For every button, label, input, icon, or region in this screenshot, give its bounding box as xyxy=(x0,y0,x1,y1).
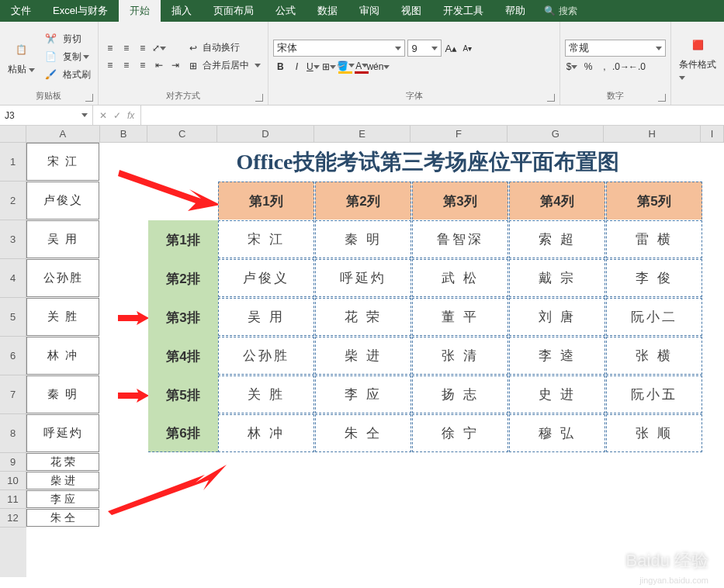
tab-help[interactable]: 帮助 xyxy=(494,0,536,22)
tab-data[interactable]: 数据 xyxy=(307,0,348,22)
seat-cell[interactable]: 吴 用 xyxy=(218,298,314,336)
row-header-7[interactable]: 7 xyxy=(0,375,26,414)
font-decrease-icon[interactable]: A▾ xyxy=(460,41,474,55)
indent-dec-icon[interactable]: ⇤ xyxy=(152,58,166,72)
font-size-combo[interactable]: 9 xyxy=(407,40,442,57)
align-bottom-icon[interactable]: ≡ xyxy=(136,41,150,55)
seat-cell[interactable]: 董 平 xyxy=(412,298,508,336)
tab-excel-finance[interactable]: Excel与财务 xyxy=(42,0,119,22)
seat-cell[interactable]: 李 俊 xyxy=(606,259,702,297)
format-painter-button[interactable]: 🖌️ 格式刷 xyxy=(43,67,92,82)
seat-cell[interactable]: 林 冲 xyxy=(218,414,314,452)
seat-cell[interactable]: 卢俊义 xyxy=(218,259,314,297)
cell-A4[interactable]: 公孙胜 xyxy=(26,259,99,297)
row-header-6[interactable]: 6 xyxy=(0,337,26,375)
seat-cell[interactable]: 穆 弘 xyxy=(509,414,605,452)
conditional-format-button[interactable]: 🟥 条件格式 xyxy=(676,32,719,84)
seat-cell[interactable]: 阮小五 xyxy=(606,375,702,413)
alignment-launcher-icon[interactable] xyxy=(255,94,263,102)
phonetic-icon[interactable]: wén xyxy=(371,60,385,74)
seat-cell[interactable]: 索 超 xyxy=(509,220,605,258)
comma-icon[interactable]: , xyxy=(598,60,611,74)
seat-cell[interactable]: 李 逵 xyxy=(509,337,605,375)
seat-cell[interactable]: 朱 仝 xyxy=(315,414,411,452)
col-header-E[interactable]: E xyxy=(314,126,411,142)
align-top-icon[interactable]: ≡ xyxy=(103,41,117,55)
cell-A7[interactable]: 秦 明 xyxy=(26,375,99,413)
seat-cell[interactable]: 花 荣 xyxy=(315,298,411,336)
cell-A11[interactable]: 李 应 xyxy=(26,490,99,508)
formula-input[interactable] xyxy=(141,105,724,125)
seat-cell[interactable]: 张 横 xyxy=(606,337,702,375)
select-all-triangle[interactable] xyxy=(0,126,26,142)
enter-icon[interactable]: ✓ xyxy=(113,110,121,121)
cell-A2[interactable]: 卢俊义 xyxy=(26,182,99,220)
currency-icon[interactable]: $ xyxy=(565,60,579,74)
seat-cell[interactable]: 李 应 xyxy=(315,375,411,413)
seat-cell[interactable]: 戴 宗 xyxy=(509,259,605,297)
seat-cell[interactable]: 鲁智深 xyxy=(412,220,508,258)
name-box-dropdown-icon[interactable] xyxy=(81,113,88,117)
tab-view[interactable]: 视图 xyxy=(390,0,432,22)
merge-center-button[interactable]: ⊞ 合并后居中 xyxy=(187,58,264,73)
number-launcher-icon[interactable] xyxy=(658,94,666,102)
tab-insert[interactable]: 插入 xyxy=(161,0,203,22)
name-box[interactable]: J3 xyxy=(0,105,93,125)
row-header-10[interactable]: 10 xyxy=(0,472,26,490)
row-header-2[interactable]: 2 xyxy=(0,182,26,220)
border-icon[interactable]: ⊞ xyxy=(322,60,336,74)
seat-cell[interactable]: 秦 明 xyxy=(315,220,411,258)
align-right-icon[interactable]: ≡ xyxy=(136,58,150,72)
seat-cell[interactable]: 刘 唐 xyxy=(509,298,605,336)
row-header-12[interactable]: 12 xyxy=(0,509,26,527)
seat-cell[interactable]: 公孙胜 xyxy=(218,337,314,375)
tab-home[interactable]: 开始 xyxy=(119,0,161,22)
paste-button[interactable]: 📋 粘贴 xyxy=(5,36,38,78)
row-header-9[interactable]: 9 xyxy=(0,453,26,472)
col-header-C[interactable]: C xyxy=(147,126,217,142)
font-name-combo[interactable]: 宋体 xyxy=(273,40,405,57)
row-header-8[interactable]: 8 xyxy=(0,414,26,453)
align-middle-icon[interactable]: ≡ xyxy=(120,41,133,55)
number-format-combo[interactable]: 常规 xyxy=(565,40,666,57)
cut-button[interactable]: ✂️ 剪切 xyxy=(43,32,92,47)
decimal-inc-icon[interactable]: .0→ xyxy=(614,60,628,74)
cell-A12[interactable]: 朱 仝 xyxy=(26,509,99,527)
row-header-11[interactable]: 11 xyxy=(0,490,26,509)
tab-review[interactable]: 审阅 xyxy=(348,0,390,22)
tab-file[interactable]: 文件 xyxy=(0,0,42,22)
col-header-H[interactable]: H xyxy=(604,126,701,142)
clipboard-launcher-icon[interactable] xyxy=(85,94,93,102)
seat-cell[interactable]: 阮小二 xyxy=(606,298,702,336)
underline-icon[interactable]: U xyxy=(306,60,320,74)
cell-A9[interactable]: 花 荣 xyxy=(26,453,99,471)
col-header-D[interactable]: D xyxy=(217,126,314,142)
seat-cell[interactable]: 关 胜 xyxy=(218,375,314,413)
align-center-icon[interactable]: ≡ xyxy=(120,58,133,72)
col-header-G[interactable]: G xyxy=(507,126,604,142)
decimal-dec-icon[interactable]: ←.0 xyxy=(630,60,644,74)
indent-inc-icon[interactable]: ⇥ xyxy=(168,58,182,72)
fill-color-icon[interactable]: 🪣 xyxy=(338,60,352,74)
seat-cell[interactable]: 张 顺 xyxy=(606,414,702,452)
tab-devtools[interactable]: 开发工具 xyxy=(432,0,494,22)
row-header-3[interactable]: 3 xyxy=(0,220,26,259)
col-header-A[interactable]: A xyxy=(26,126,100,142)
seat-cell[interactable]: 史 进 xyxy=(509,375,605,413)
seat-cell[interactable]: 扬 志 xyxy=(412,375,508,413)
row-header-4[interactable]: 4 xyxy=(0,259,26,298)
seat-cell[interactable]: 呼延灼 xyxy=(315,259,411,297)
percent-icon[interactable]: % xyxy=(581,60,595,74)
cell-A10[interactable]: 柴 进 xyxy=(26,472,99,489)
wrap-text-button[interactable]: ↩ 自动换行 xyxy=(187,40,264,55)
align-left-icon[interactable]: ≡ xyxy=(103,58,117,72)
cell-A5[interactable]: 关 胜 xyxy=(26,298,99,336)
seat-cell[interactable]: 徐 宁 xyxy=(412,414,508,452)
copy-button[interactable]: 📄 复制 xyxy=(43,50,92,64)
col-header-I[interactable]: I xyxy=(701,126,724,142)
cancel-icon[interactable]: ✕ xyxy=(99,110,107,121)
cell-A8[interactable]: 呼延灼 xyxy=(26,414,99,452)
cells-area[interactable]: Office技能考试第三考场座位平面布置图 宋 江卢俊义吴 用公孙胜关 胜林 冲… xyxy=(26,143,701,577)
cell-A3[interactable]: 吴 用 xyxy=(26,220,99,258)
tab-formulas[interactable]: 公式 xyxy=(265,0,307,22)
